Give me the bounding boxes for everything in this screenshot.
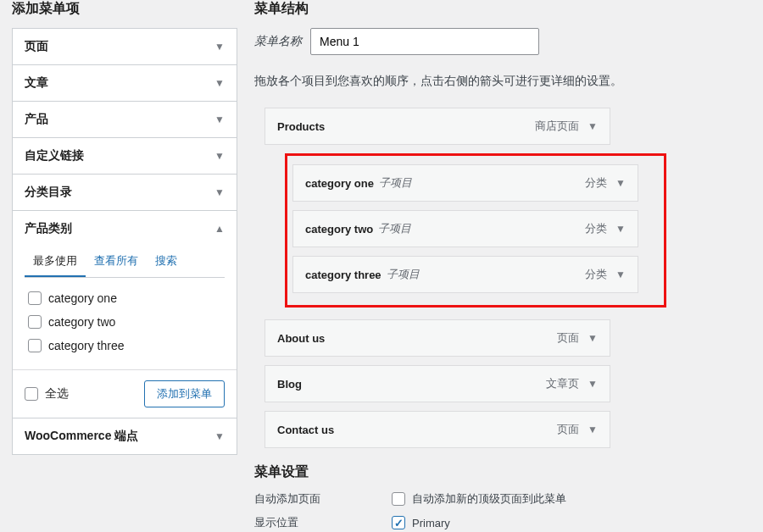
- category-option-label: category two: [48, 315, 115, 329]
- menu-item-subitem-label: 子项目: [378, 221, 411, 236]
- category-checkbox-row[interactable]: category one: [25, 286, 225, 310]
- caret-down-icon[interactable]: ▼: [615, 269, 626, 280]
- menu-item-type: 页面: [557, 422, 579, 437]
- panel-pages-label: 页面: [25, 39, 48, 54]
- menu-item-blog[interactable]: Blog 文章页 ▼: [265, 365, 610, 402]
- panel-custom-link-label: 自定义链接: [25, 148, 84, 163]
- caret-down-icon[interactable]: ▼: [588, 378, 598, 390]
- panel-woo-label: WooCommerce 端点: [25, 429, 138, 444]
- panel-categories[interactable]: 分类目录 ▼: [13, 175, 237, 211]
- tab-view-all[interactable]: 查看所有: [86, 247, 147, 277]
- menu-item-title: About us: [277, 332, 325, 345]
- caret-down-icon[interactable]: ▼: [588, 332, 598, 344]
- menu-item-type: 文章页: [546, 376, 579, 391]
- menu-item-subitem-label: 子项目: [387, 267, 420, 282]
- menu-item-type: 分类: [585, 175, 607, 191]
- checkbox-icon[interactable]: [28, 315, 42, 329]
- panel-posts-label: 文章: [25, 75, 48, 91]
- menu-item-type: 页面: [557, 330, 579, 346]
- checkbox-auto-add[interactable]: [392, 492, 405, 506]
- category-option-label: category one: [48, 291, 117, 305]
- panel-products-label: 产品: [25, 112, 48, 127]
- caret-up-icon: ▲: [214, 223, 225, 235]
- panel-woocommerce-endpoints[interactable]: WooCommerce 端点 ▼: [13, 418, 237, 454]
- menu-item-type: 分类: [585, 267, 607, 282]
- menu-settings-heading: 菜单设置: [254, 463, 749, 481]
- setting-location-label: 显示位置: [254, 515, 392, 530]
- caret-down-icon[interactable]: ▼: [615, 177, 626, 189]
- panel-custom-link[interactable]: 自定义链接 ▼: [13, 138, 237, 175]
- menu-item-products[interactable]: Products 商店页面 ▼: [265, 108, 610, 145]
- menu-item-contact-us[interactable]: Contact us 页面 ▼: [265, 411, 610, 448]
- menu-name-label: 菜单名称: [254, 34, 302, 49]
- menu-item-title: Contact us: [277, 424, 334, 436]
- sidebar-title: 添加菜单项: [12, 0, 237, 18]
- checkbox-icon[interactable]: [28, 339, 42, 352]
- category-checkbox-row[interactable]: category three: [25, 334, 225, 357]
- category-checkbox-row[interactable]: category two: [25, 310, 225, 334]
- tab-most-used[interactable]: 最多使用: [25, 247, 86, 277]
- panel-products[interactable]: 产品 ▼: [13, 102, 237, 138]
- caret-down-icon[interactable]: ▼: [615, 223, 626, 235]
- menu-item-category-one[interactable]: category one 子项目 分类 ▼: [292, 164, 638, 202]
- menu-item-title: category one: [305, 177, 374, 190]
- panel-product-categories-label: 产品类别: [25, 221, 72, 236]
- menu-item-type: 分类: [585, 221, 607, 236]
- caret-down-icon: ▼: [214, 430, 225, 442]
- panel-categories-label: 分类目录: [25, 185, 72, 200]
- caret-down-icon: ▼: [214, 41, 225, 53]
- checkbox-icon[interactable]: [25, 387, 38, 401]
- menu-item-category-three[interactable]: category three 子项目 分类 ▼: [292, 256, 638, 293]
- setting-location-option: Primary: [412, 517, 450, 529]
- select-all-row[interactable]: 全选: [25, 386, 69, 402]
- setting-auto-add-label: 自动添加页面: [254, 491, 392, 507]
- menu-item-title: category two: [305, 223, 373, 236]
- caret-down-icon: ▼: [214, 150, 225, 162]
- add-menu-item-accordion: 页面 ▼ 文章 ▼ 产品 ▼ 自定义链接 ▼: [12, 28, 237, 455]
- category-option-label: category three: [48, 339, 125, 352]
- caret-down-icon: ▼: [214, 114, 225, 125]
- panel-product-categories-header[interactable]: 产品类别 ▲: [13, 211, 237, 247]
- panel-posts[interactable]: 文章 ▼: [13, 65, 237, 102]
- checkbox-primary-location[interactable]: [392, 516, 405, 529]
- menu-item-subitem-label: 子项目: [379, 175, 412, 191]
- highlighted-submenu-box: category one 子项目 分类 ▼ category two 子项目 分…: [285, 153, 666, 308]
- checkbox-icon[interactable]: [28, 291, 42, 305]
- menu-item-type: 商店页面: [535, 119, 579, 134]
- setting-auto-add-desc: 自动添加新的顶级页面到此菜单: [412, 491, 566, 507]
- caret-down-icon: ▼: [214, 186, 225, 198]
- select-all-label: 全选: [45, 386, 69, 402]
- menu-item-title: category three: [305, 269, 382, 281]
- menu-item-about-us[interactable]: About us 页面 ▼: [265, 319, 610, 357]
- panel-pages[interactable]: 页面 ▼: [13, 29, 237, 65]
- caret-down-icon[interactable]: ▼: [588, 424, 598, 435]
- menu-structure-title: 菜单结构: [254, 0, 749, 18]
- caret-down-icon: ▼: [214, 77, 225, 89]
- caret-down-icon[interactable]: ▼: [588, 120, 598, 132]
- menu-drag-hint: 拖放各个项目到您喜欢的顺序，点击右侧的箭头可进行更详细的设置。: [254, 74, 749, 89]
- menu-item-title: Products: [277, 120, 325, 133]
- panel-product-categories: 产品类别 ▲ 最多使用 查看所有 搜索 category one: [13, 211, 237, 418]
- menu-item-category-two[interactable]: category two 子项目 分类 ▼: [292, 210, 638, 247]
- add-to-menu-button[interactable]: 添加到菜单: [144, 380, 225, 407]
- menu-item-title: Blog: [277, 378, 302, 391]
- tab-search[interactable]: 搜索: [147, 247, 186, 277]
- menu-name-input[interactable]: [310, 28, 539, 55]
